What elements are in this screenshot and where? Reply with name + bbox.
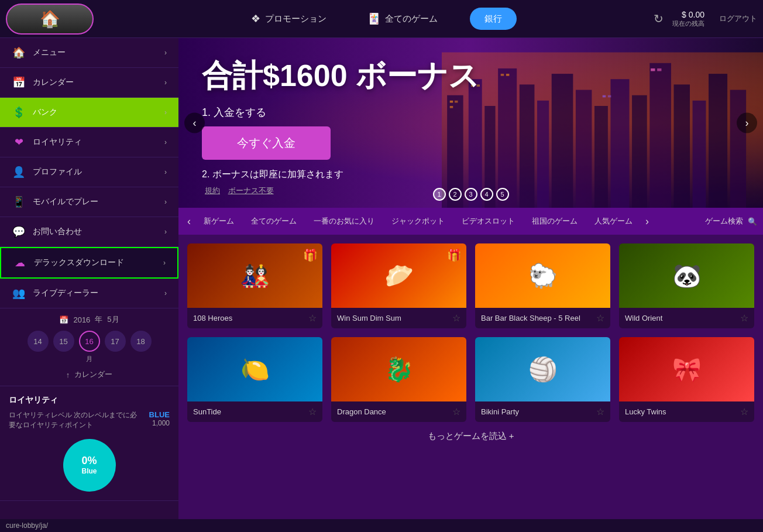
promo-icon: ❖ xyxy=(251,12,260,25)
sidebar-item-livedealer[interactable]: 👥 ライブディーラー › xyxy=(0,279,178,308)
bank-icon: 💲 xyxy=(12,106,26,119)
tab-othercountry[interactable]: 祖国のゲーム xyxy=(525,211,585,231)
calendar-day-14[interactable]: 14 xyxy=(28,331,49,352)
game-thumb-wildorient: 🐼 xyxy=(619,243,754,308)
bank-nav-item[interactable]: 銀行 xyxy=(470,8,517,30)
sidebar-item-left: 📅 カレンダー xyxy=(12,76,74,89)
url-text: cure-lobby/ja/ xyxy=(6,521,48,530)
game-info-108heroes: 108 Heroes ☆ xyxy=(187,308,322,328)
tab-all[interactable]: 全てのゲーム xyxy=(244,211,304,231)
game-name-suntide: SunTide xyxy=(193,407,221,416)
sidebar-item-calendar[interactable]: 📅 カレンダー › xyxy=(0,68,178,98)
sidebar-download-label: デラックスダウンロード xyxy=(34,258,124,268)
star-icon-lucky[interactable]: ☆ xyxy=(740,406,748,417)
chevron-right-icon: › xyxy=(164,78,167,87)
star-icon-wildorient[interactable]: ☆ xyxy=(740,313,748,324)
sidebar: 🏠 メニュー › 📅 カレンダー › 💲 バンク › ❤ ロイヤリティ xyxy=(0,38,178,519)
sidebar-item-download[interactable]: ☁ デラックスダウンロード › xyxy=(0,247,178,279)
mobile-icon: 📱 xyxy=(12,195,26,208)
chevron-right-icon: › xyxy=(163,259,166,267)
logout-button[interactable]: ログアウト xyxy=(719,13,757,24)
tabs-prev-button[interactable]: ‹ xyxy=(184,215,194,228)
banner-dot-3[interactable]: 3 xyxy=(465,188,477,201)
sidebar-item-left: 👥 ライブディーラー xyxy=(12,287,98,300)
banner-next-button[interactable]: › xyxy=(737,113,757,133)
game-card-suntide[interactable]: 🍋 SunTide ☆ xyxy=(187,337,322,422)
tabs-next-button[interactable]: › xyxy=(642,215,652,228)
sidebar-item-loyalty[interactable]: ❤ ロイヤリティ › xyxy=(0,128,178,157)
calendar-link[interactable]: カレンダー xyxy=(74,369,112,380)
game-search[interactable]: ゲーム検索 🔍 xyxy=(705,216,757,226)
games-nav-item[interactable]: 🃏 全てのゲーム xyxy=(359,8,446,30)
chat-icon: 💬 xyxy=(12,225,26,238)
loyalty-title: ロイヤリティ xyxy=(9,395,170,406)
game-name-lucky: Lucky Twins xyxy=(625,407,666,416)
home-button[interactable]: 🏠 xyxy=(6,4,94,35)
sidebar-item-support[interactable]: 💬 お問い合わせ › xyxy=(0,217,178,247)
balance-info: $ 0.00 現在の残高 xyxy=(672,10,704,28)
gift-badge-108heroes: 🎁 xyxy=(303,248,318,262)
game-card-winsum[interactable]: 🥟 🎁 Win Sum Dim Sum ☆ xyxy=(331,243,466,328)
banner-dot-2[interactable]: 2 xyxy=(449,188,462,201)
nav-center: ❖ プロモーション 🃏 全てのゲーム 銀行 xyxy=(105,8,654,30)
games-section: 🎎 🎁 108 Heroes ☆ 🥟 🎁 Win Sum Dim Sum xyxy=(178,235,763,519)
banner-dot-1[interactable]: 1 xyxy=(433,188,446,201)
rules-link[interactable]: 規約 xyxy=(205,186,220,195)
refresh-button[interactable]: ↻ xyxy=(654,12,664,26)
star-icon-winsum[interactable]: ☆ xyxy=(452,313,460,324)
tab-videoslot[interactable]: ビデオスロット xyxy=(455,211,522,231)
game-info-dragon: Dragon Dance ☆ xyxy=(331,401,466,422)
no-bonus-link[interactable]: ボーナス不要 xyxy=(228,186,274,195)
balance-label: 現在の残高 xyxy=(672,19,704,28)
banner-step2: 2. ボーナスは即座に加算されます xyxy=(202,169,740,181)
load-more-button[interactable]: もっとゲームを読込 + xyxy=(428,431,514,442)
sidebar-item-bank[interactable]: 💲 バンク › xyxy=(0,98,178,128)
tab-favorite[interactable]: 一番のお気に入り xyxy=(307,211,382,231)
game-card-barbar[interactable]: 🐑 Bar Bar Black Sheep - 5 Reel ☆ xyxy=(475,243,610,328)
chevron-right-icon: › xyxy=(164,49,167,57)
tab-jackpot[interactable]: ジャックポット xyxy=(384,211,452,231)
cards-icon: 🃏 xyxy=(367,12,380,25)
calendar-day-16[interactable]: 16 xyxy=(79,331,100,352)
bank-label: 銀行 xyxy=(484,13,502,25)
calendar-day-15[interactable]: 15 xyxy=(53,331,74,352)
calendar-icon-small: 📅 xyxy=(59,315,68,324)
star-icon-barbar[interactable]: ☆ xyxy=(596,313,604,324)
loyalty-desc: ロイヤリティレベル 次のレベルまでに必要なロイヤリティポイント xyxy=(9,410,143,430)
banner-prev-button[interactable]: ‹ xyxy=(184,113,205,133)
game-thumb-108heroes: 🎎 🎁 xyxy=(187,243,322,308)
main-layout: 🏠 メニュー › 📅 カレンダー › 💲 バンク › ❤ ロイヤリティ xyxy=(0,38,763,519)
calendar-day-18[interactable]: 18 xyxy=(130,331,152,352)
promo-nav-item[interactable]: ❖ プロモーション xyxy=(242,8,335,30)
calendar-day-17[interactable]: 17 xyxy=(105,331,126,352)
deposit-button[interactable]: 今すぐ入金 xyxy=(202,126,331,160)
calendar-days: 14 15 16 17 18 xyxy=(6,331,173,352)
loyalty-circle: 0% Blue xyxy=(63,439,116,492)
calendar-footer[interactable]: ↑ カレンダー xyxy=(6,369,173,380)
star-icon-dragon[interactable]: ☆ xyxy=(452,406,460,417)
star-icon-108heroes[interactable]: ☆ xyxy=(308,313,317,324)
person-icon: 👤 xyxy=(12,166,26,179)
tab-popular[interactable]: 人気ゲーム xyxy=(587,211,640,231)
tab-new[interactable]: 新ゲーム xyxy=(197,211,241,231)
loyalty-level: BLUE xyxy=(149,410,170,419)
sidebar-item-menu[interactable]: 🏠 メニュー › xyxy=(0,38,178,68)
game-card-108heroes[interactable]: 🎎 🎁 108 Heroes ☆ xyxy=(187,243,322,328)
sidebar-item-profile[interactable]: 👤 プロファイル › xyxy=(0,157,178,187)
game-card-lucky[interactable]: 🎀 Lucky Twins ☆ xyxy=(619,337,754,422)
people-icon: 👥 xyxy=(12,287,26,300)
search-icon: 🔍 xyxy=(748,217,757,226)
star-icon-suntide[interactable]: ☆ xyxy=(308,406,317,417)
star-icon-bikini[interactable]: ☆ xyxy=(596,406,604,417)
sidebar-loyalty-label: ロイヤリティ xyxy=(33,137,82,147)
game-thumb-bikini: 🏐 xyxy=(475,337,610,401)
banner-dot-4[interactable]: 4 xyxy=(480,188,493,201)
home-icon: 🏠 xyxy=(12,46,26,59)
game-card-bikini[interactable]: 🏐 Bikini Party ☆ xyxy=(475,337,610,422)
calendar-day-name: 月 xyxy=(6,355,173,363)
games-label: 全てのゲーム xyxy=(385,13,438,25)
sidebar-item-mobile[interactable]: 📱 モバイルでプレー › xyxy=(0,187,178,217)
game-card-dragon[interactable]: 🐉 Dragon Dance ☆ xyxy=(331,337,466,422)
game-card-wildorient[interactable]: 🐼 Wild Orient ☆ xyxy=(619,243,754,328)
banner-dot-5[interactable]: 5 xyxy=(496,188,509,201)
